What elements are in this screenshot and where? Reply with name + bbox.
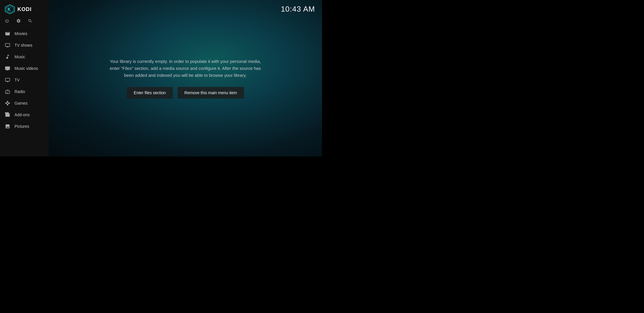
sidebar: K KODI Movies TV shows bbox=[0, 0, 49, 156]
pictures-icon bbox=[5, 123, 10, 129]
sidebar-item-games-label: Games bbox=[15, 101, 28, 105]
sidebar-item-pictures[interactable]: Pictures bbox=[0, 121, 49, 132]
search-icon[interactable] bbox=[28, 19, 32, 24]
sidebar-item-add-ons-label: Add-ons bbox=[15, 112, 30, 117]
sidebar-header: K KODI bbox=[0, 0, 49, 17]
sidebar-item-radio-label: Radio bbox=[15, 89, 25, 94]
enter-files-button[interactable]: Enter files section bbox=[127, 87, 173, 99]
remove-menu-item-button[interactable]: Remove this main menu item bbox=[178, 87, 244, 99]
movies-icon bbox=[5, 31, 10, 37]
sidebar-item-games[interactable]: Games bbox=[0, 97, 49, 109]
radio-icon bbox=[5, 89, 10, 94]
sidebar-item-pictures-label: Pictures bbox=[15, 124, 29, 129]
sidebar-item-radio[interactable]: Radio bbox=[0, 86, 49, 97]
add-ons-icon bbox=[5, 112, 10, 118]
sidebar-controls bbox=[0, 17, 49, 28]
sidebar-item-movies[interactable]: Movies bbox=[0, 28, 49, 39]
app-title: KODI bbox=[17, 6, 32, 12]
library-message: Your library is currently empty. In orde… bbox=[101, 58, 269, 99]
music-icon bbox=[5, 54, 10, 60]
music-videos-icon bbox=[5, 65, 10, 71]
sidebar-item-tv-shows-label: TV shows bbox=[15, 43, 32, 48]
sidebar-item-movies-label: Movies bbox=[15, 31, 27, 36]
tv-icon bbox=[5, 77, 10, 83]
settings-icon[interactable] bbox=[16, 19, 21, 24]
kodi-logo-icon: K bbox=[5, 4, 15, 14]
svg-text:K: K bbox=[8, 7, 11, 12]
time-display: 10:43 AM bbox=[281, 5, 315, 14]
sidebar-item-music-videos[interactable]: Music videos bbox=[0, 63, 49, 74]
sidebar-item-music[interactable]: Music bbox=[0, 51, 49, 63]
sidebar-item-music-videos-label: Music videos bbox=[15, 66, 38, 71]
sidebar-item-add-ons[interactable]: Add-ons bbox=[0, 109, 49, 121]
sidebar-item-tv-shows[interactable]: TV shows bbox=[0, 39, 49, 51]
sidebar-item-music-label: Music bbox=[15, 54, 25, 59]
sidebar-item-tv-label: TV bbox=[15, 78, 20, 82]
action-buttons: Enter files section Remove this main men… bbox=[107, 87, 264, 99]
sidebar-item-tv[interactable]: TV bbox=[0, 74, 49, 86]
games-icon bbox=[5, 100, 10, 106]
sidebar-nav: Movies TV shows Music Music videos bbox=[0, 28, 49, 156]
power-icon[interactable] bbox=[5, 19, 9, 24]
library-text: Your library is currently empty. In orde… bbox=[107, 58, 264, 79]
main-content: 10:43 AM Your library is currently empty… bbox=[49, 0, 322, 156]
tv-shows-icon bbox=[5, 42, 10, 48]
